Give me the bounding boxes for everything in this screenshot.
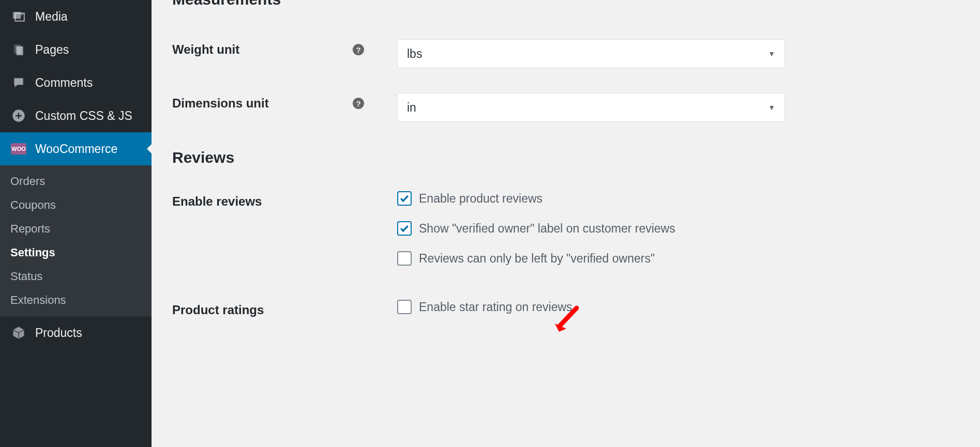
plus-circle-icon (10, 107, 27, 124)
sidebar-sub-orders[interactable]: Orders (0, 169, 152, 193)
sidebar-item-label: Products (35, 326, 82, 340)
weight-unit-select[interactable]: lbs ▼ (397, 39, 785, 68)
sidebar-item-label: Custom CSS & JS (35, 109, 132, 123)
weight-unit-label: Weight unit (172, 42, 239, 57)
sidebar-item-label: Comments (35, 76, 93, 90)
checkbox-row: Reviews can only be left by "verified ow… (397, 251, 785, 266)
sidebar-sub-status[interactable]: Status (0, 265, 152, 288)
svg-point-1 (21, 13, 23, 15)
section-reviews-heading: Reviews (172, 149, 959, 166)
sidebar-item-comments[interactable]: Comments (0, 66, 152, 99)
sidebar-submenu: Orders Coupons Reports Settings Status E… (0, 165, 152, 316)
enable-star-rating-checkbox[interactable] (397, 300, 412, 314)
chevron-down-icon: ▼ (768, 50, 775, 58)
enable-product-reviews-checkbox[interactable] (397, 191, 412, 206)
product-ratings-label: Product ratings (172, 303, 264, 317)
checkbox-label: Show "verified owner" label on customer … (419, 222, 675, 236)
sidebar-item-custom-css-js[interactable]: Custom CSS & JS (0, 99, 152, 132)
section-measurements-heading: Measurements (172, 0, 959, 8)
media-icon (10, 8, 27, 25)
sidebar-item-media[interactable]: Media (0, 0, 152, 33)
dimensions-unit-select[interactable]: in ▼ (397, 93, 785, 122)
chevron-down-icon: ▼ (768, 103, 775, 112)
sidebar-sub-coupons[interactable]: Coupons (0, 193, 152, 217)
help-icon[interactable]: ? (353, 44, 364, 55)
woocommerce-icon: WOO (10, 141, 27, 157)
sidebar-item-label: Pages (35, 43, 69, 57)
checkbox-label: Reviews can only be left by "verified ow… (419, 252, 655, 266)
dimensions-unit-label: Dimensions unit (172, 96, 269, 111)
verified-owner-label-checkbox[interactable] (397, 221, 412, 236)
settings-main: Measurements Weight unit ? lbs ▼ Dimensi… (152, 0, 980, 447)
verified-owners-only-checkbox[interactable] (397, 251, 412, 266)
dimensions-unit-row: Dimensions unit ? in ▼ (172, 93, 959, 122)
enable-reviews-label: Enable reviews (172, 194, 262, 209)
sidebar-item-label: Media (35, 10, 68, 24)
admin-sidebar: Media Pages Comments Custom CSS & JS WOO… (0, 0, 152, 447)
help-icon[interactable]: ? (353, 98, 364, 109)
selected-value: in (407, 101, 416, 115)
selected-value: lbs (407, 47, 422, 61)
checkbox-row: Enable product reviews (397, 191, 785, 206)
comment-icon (10, 74, 27, 91)
checkbox-label: Enable star rating on reviews (419, 300, 572, 314)
sidebar-item-label: WooCommerce (35, 142, 117, 156)
checkbox-label: Enable product reviews (419, 192, 542, 206)
sidebar-sub-extensions[interactable]: Extensions (0, 288, 152, 312)
checkbox-row: Show "verified owner" label on customer … (397, 221, 785, 236)
sidebar-item-pages[interactable]: Pages (0, 33, 152, 66)
sidebar-item-products[interactable]: Products (0, 316, 152, 349)
weight-unit-row: Weight unit ? lbs ▼ (172, 39, 959, 68)
svg-rect-3 (17, 47, 23, 55)
checkbox-row: Enable star rating on reviews (397, 300, 785, 314)
sidebar-item-woocommerce[interactable]: WOO WooCommerce (0, 132, 152, 165)
sidebar-sub-settings[interactable]: Settings (0, 241, 152, 265)
product-ratings-row: Product ratings Enable star rating on re… (172, 300, 959, 330)
sidebar-sub-reports[interactable]: Reports (0, 217, 152, 241)
pages-icon (10, 41, 27, 58)
enable-reviews-row: Enable reviews Enable product reviews Sh… (172, 191, 959, 281)
products-icon (10, 325, 27, 341)
